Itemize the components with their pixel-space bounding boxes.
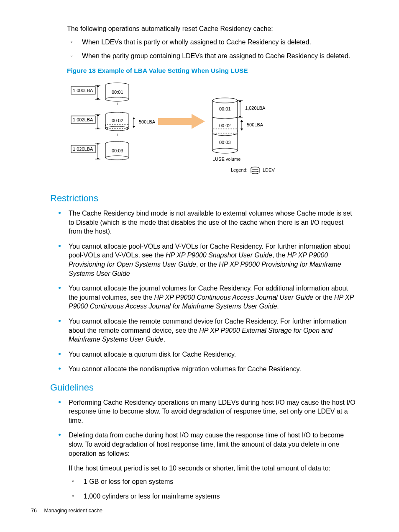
lba-label: 1,002LBA bbox=[73, 117, 93, 122]
reset-ops-list: When LDEVs that is partly or wholly assi… bbox=[67, 38, 358, 61]
list-item: Deleting data from cache during host I/O… bbox=[69, 431, 358, 458]
svg-point-32 bbox=[212, 148, 238, 153]
plus-sign: + bbox=[116, 132, 119, 137]
svg-marker-28 bbox=[192, 114, 205, 129]
svg-point-39 bbox=[251, 167, 259, 170]
mid-lba-label: 500LBA bbox=[139, 119, 156, 124]
list-item: 1 GB or less for open systems bbox=[84, 477, 358, 486]
page-number: 76 bbox=[31, 508, 37, 514]
legend-word: Legend: bbox=[231, 167, 248, 172]
lba-label: 1,020LBA bbox=[245, 105, 266, 111]
luse-label: LUSE volume bbox=[212, 157, 240, 162]
cylinder-label: 00:02 bbox=[112, 118, 123, 123]
list-item: You cannot allocate the journal volumes … bbox=[69, 284, 358, 311]
doc-title-italic: HP XP P9000 Continuous Access Journal Us… bbox=[154, 294, 314, 301]
guidelines-heading: Guidelines bbox=[50, 381, 358, 394]
cylinder-label: 00:03 bbox=[219, 140, 231, 145]
guidelines-list: Performing Cache Residency operations on… bbox=[50, 398, 358, 458]
list-item: Performing Cache Residency operations on… bbox=[69, 398, 358, 425]
list-item: When the parity group containing LDEVs t… bbox=[82, 51, 358, 61]
plus-sign: + bbox=[116, 101, 119, 106]
list-item: The Cache Residency bind mode is not ava… bbox=[69, 209, 358, 236]
cylinder-label: 00:02 bbox=[219, 123, 231, 128]
svg-point-29 bbox=[212, 98, 238, 103]
guidelines-sublist: 1 GB or less for open systems 1,000 cyli… bbox=[69, 477, 358, 501]
page-footer: 76 Managing resident cache bbox=[31, 507, 102, 514]
svg-rect-33 bbox=[213, 129, 237, 133]
intro-text: The following operations automatically r… bbox=[67, 24, 358, 33]
mid-lba-label: 500LBA bbox=[247, 122, 263, 127]
lba-label: 1,000LBA bbox=[73, 88, 93, 93]
restrictions-heading: Restrictions bbox=[50, 192, 358, 205]
cylinder-label: 00:01 bbox=[112, 90, 123, 95]
figure-diagram: 1,000LBA 00:01 + 1,002LBA 00:02 500LBA + bbox=[67, 79, 358, 183]
svg-point-42 bbox=[251, 171, 259, 174]
restrictions-list: The Cache Residency bind mode is not ava… bbox=[50, 209, 358, 374]
svg-rect-27 bbox=[158, 118, 192, 125]
cylinder-label: 00:03 bbox=[112, 148, 123, 153]
legend-item: LDEV bbox=[263, 167, 275, 172]
list-item: You cannot allocate the nondisruptive mi… bbox=[69, 365, 358, 374]
page: The following operations automatically r… bbox=[0, 0, 399, 532]
lba-label: 1,020LBA bbox=[73, 146, 93, 152]
list-item: 1,000 cylinders or less for mainframe sy… bbox=[84, 492, 358, 501]
guidelines-subintro: If the host timeout period is set to 10 … bbox=[69, 464, 358, 473]
footer-title: Managing resident cache bbox=[44, 508, 102, 514]
list-item: When LDEVs that is partly or wholly assi… bbox=[82, 38, 358, 47]
list-item: You cannot allocate a quorum disk for Ca… bbox=[69, 350, 358, 359]
list-item: You cannot allocate pool-VOLs and V-VOLs… bbox=[69, 242, 358, 278]
list-item: You cannot allocate the remote command d… bbox=[69, 317, 358, 344]
doc-title-italic: HP XP P9000 External Storage for Open an… bbox=[69, 327, 332, 343]
cylinder-label: 00:01 bbox=[219, 106, 231, 111]
figure-caption: Figure 18 Example of LBA Value Setting W… bbox=[67, 67, 358, 75]
doc-title-italic: HP XP P9000 Snapshot User Guide bbox=[166, 252, 272, 259]
